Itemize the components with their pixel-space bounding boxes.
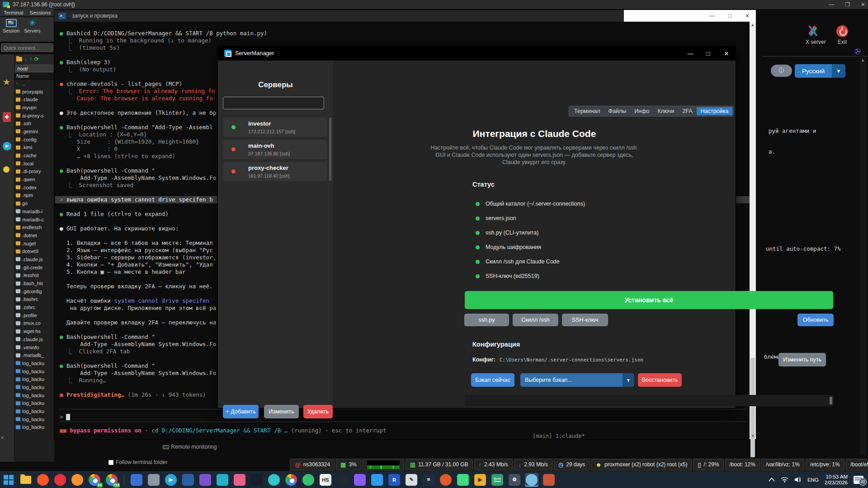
- install-3-button[interactable]: SSH-ключ: [562, 314, 608, 326]
- file-row[interactable]: .bashrc: [14, 296, 54, 304]
- scrollbar-thumb[interactable]: [830, 397, 832, 404]
- minimize-icon[interactable]: —: [709, 13, 715, 19]
- session-button[interactable]: Session: [3, 19, 19, 40]
- taskbar-icon[interactable]: [525, 473, 538, 487]
- scroll-up-icon[interactable]: ▲: [750, 23, 756, 27]
- file-row[interactable]: .claude: [14, 95, 54, 103]
- server-list-item[interactable]: main-ovh37.187.136.86 [ssh]: [223, 140, 327, 159]
- menu-terminal[interactable]: Terminal: [4, 10, 23, 15]
- taskbar-icon[interactable]: R: [387, 473, 401, 487]
- taskbar-icon[interactable]: [267, 473, 281, 487]
- clock[interactable]: 10:53 AM 2/23/2026: [825, 474, 848, 486]
- menu-sessions[interactable]: Sessions: [29, 10, 51, 15]
- tab-Файлы[interactable]: Файлы: [604, 107, 631, 115]
- delete-server-button[interactable]: Удалить: [303, 405, 333, 418]
- backup-select[interactable]: Выберите бэкап... ▼: [520, 373, 634, 387]
- install-1-button[interactable]: ssh.py: [464, 314, 509, 326]
- taskbar-icon[interactable]: ✎: [405, 473, 418, 487]
- taskbar-icon[interactable]: [181, 473, 195, 487]
- taskbar-icon[interactable]: [147, 473, 160, 487]
- close-icon[interactable]: ✕: [861, 1, 865, 8]
- file-row[interactable]: log_backu: [14, 407, 54, 415]
- folder-up-icon[interactable]: [16, 57, 22, 61]
- taskbar-icon[interactable]: ⚙: [508, 473, 521, 487]
- file-row[interactable]: .viminfo: [14, 343, 54, 352]
- taskbar-icon[interactable]: [370, 473, 384, 487]
- file-row[interactable]: .claude.js: [14, 335, 54, 343]
- taskbar-icon[interactable]: HS: [319, 473, 332, 487]
- scrollbar-thumb[interactable]: [750, 358, 755, 457]
- file-row[interactable]: .git-crede: [14, 263, 54, 272]
- server-list-item[interactable]: investor173.212.212.157 [ssh]: [223, 117, 327, 137]
- file-row[interactable]: log_backu: [14, 391, 54, 399]
- file-row[interactable]: ai-proxy-s: [14, 112, 54, 120]
- file-row[interactable]: .local: [14, 160, 54, 168]
- taskbar-icon[interactable]: [2, 473, 15, 487]
- servermanager-titlebar[interactable]: ServerManager: [218, 46, 736, 61]
- right-panel-scrollbar[interactable]: ▲: [860, 58, 866, 455]
- file-row[interactable]: .gitconfig: [14, 287, 54, 296]
- taskbar-icon[interactable]: [456, 473, 470, 487]
- tab-Инфо[interactable]: Инфо: [630, 107, 653, 115]
- upload-icon[interactable]: ↑: [29, 56, 32, 62]
- terminal-prompt[interactable]: >: [60, 413, 70, 420]
- taskbar-icon[interactable]: Quick share: [491, 473, 504, 487]
- taskbar-icon[interactable]: [439, 473, 453, 487]
- follow-folder-checkbox[interactable]: Follow terminal folder: [108, 459, 167, 465]
- language-indicator[interactable]: ENG: [807, 477, 819, 483]
- telegram-icon[interactable]: ▶: [3, 142, 11, 150]
- servers-button[interactable]: ✳ Servers: [24, 19, 40, 40]
- add-server-button[interactable]: + Добавить: [223, 405, 259, 418]
- taskbar-icon[interactable]: [284, 473, 298, 487]
- refresh-icon[interactable]: ⟳: [34, 56, 39, 62]
- taskbar-icon[interactable]: [250, 473, 264, 487]
- file-row[interactable]: proxyapis: [14, 88, 54, 96]
- file-row[interactable]: .ssh: [14, 119, 54, 127]
- minimize-icon[interactable]: —: [829, 1, 834, 8]
- taskbar-icon[interactable]: ⌗: [422, 473, 435, 487]
- file-row[interactable]: .npm: [14, 192, 54, 200]
- taskbar-icon[interactable]: ▶: [473, 473, 487, 487]
- tab-Терминал[interactable]: Терминал: [570, 107, 604, 115]
- file-row[interactable]: .wget-hs: [14, 327, 54, 335]
- quick-connect-input[interactable]: Quick connect...: [1, 43, 53, 52]
- file-row[interactable]: .mariadb_: [14, 351, 54, 359]
- file-row[interactable]: go: [14, 199, 54, 207]
- file-row[interactable]: log_backu: [14, 415, 54, 423]
- terminal-scrollbar[interactable]: ▲ ▼: [750, 22, 756, 439]
- scroll-down-icon[interactable]: ▼: [750, 434, 756, 438]
- remote-monitoring-toggle[interactable]: Remote monitoring: [163, 444, 217, 450]
- file-row[interactable]: log_backu: [14, 367, 54, 375]
- backup-now-button[interactable]: Бэкап сейчас: [471, 373, 514, 387]
- taskbar-icon[interactable]: ▶: [164, 473, 178, 487]
- file-row[interactable]: .kimi: [14, 144, 54, 152]
- file-row[interactable]: .profile: [14, 311, 54, 319]
- file-row[interactable]: .dotnet: [14, 231, 54, 239]
- exit-button[interactable]: Exit: [836, 25, 848, 45]
- file-row[interactable]: .qwen: [14, 175, 54, 183]
- file-row[interactable]: mariadb-i: [14, 207, 54, 216]
- path-input[interactable]: /root/: [15, 65, 53, 72]
- file-row[interactable]: ↑..: [14, 80, 54, 88]
- server-search-input[interactable]: [223, 97, 324, 109]
- tools-icon[interactable]: ✚: [3, 112, 11, 122]
- taskbar-icon[interactable]: [198, 473, 212, 487]
- taskbar-icon[interactable]: [233, 473, 246, 487]
- maximize-icon[interactable]: □: [728, 13, 731, 19]
- close-icon[interactable]: ✕: [745, 13, 750, 19]
- server-list-scrollbar[interactable]: [329, 117, 331, 181]
- file-row[interactable]: .gemini: [14, 127, 54, 136]
- file-row[interactable]: .claude.js: [14, 255, 54, 263]
- server-list-item[interactable]: proxy-checker161.97.118.40 [ssh]: [223, 162, 327, 181]
- file-row[interactable]: .config: [14, 136, 54, 144]
- file-row[interactable]: log_backu: [14, 423, 54, 432]
- change-path-button[interactable]: Изменить путь: [778, 353, 826, 366]
- volume-icon[interactable]: [794, 477, 802, 483]
- taskbar-icon[interactable]: [542, 473, 556, 487]
- tab-Настройка[interactable]: Настройка: [697, 107, 733, 115]
- edit-server-button[interactable]: Изменить: [264, 405, 299, 418]
- tab-Ключи[interactable]: Ключи: [653, 107, 678, 115]
- taskbar-icon[interactable]: [19, 473, 33, 487]
- restore-button[interactable]: Восстановить: [638, 373, 682, 387]
- taskbar-icon[interactable]: [336, 473, 349, 487]
